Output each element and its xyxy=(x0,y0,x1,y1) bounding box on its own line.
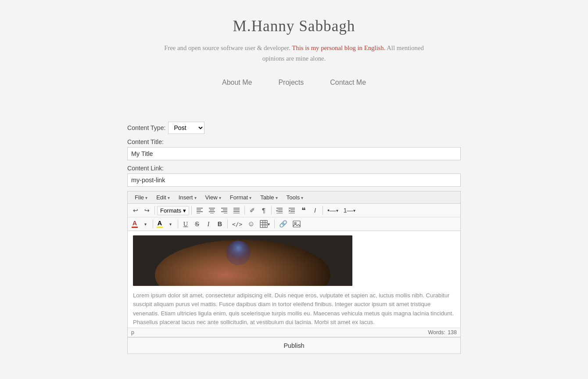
content-title-input[interactable] xyxy=(127,147,461,160)
description-link[interactable]: This is my personal blog in English. xyxy=(292,44,385,51)
content-type-select[interactable]: Post Page Link xyxy=(168,122,204,134)
editor-menubar: File ▾ Edit ▾ Insert ▾ View ▾ Format ▾ xyxy=(128,191,460,204)
menu-table-arrow: ▾ xyxy=(276,195,278,200)
indent-decrease-icon xyxy=(276,207,283,213)
menu-format[interactable]: Format ▾ xyxy=(226,193,256,202)
main-content: Content Type: Post Page Link Content Tit… xyxy=(118,122,470,354)
content-link-input[interactable] xyxy=(127,173,461,187)
editor-toolbar-2: A ▾ A ▾ U S I B </> ☺ xyxy=(128,217,460,231)
content-type-row: Content Type: Post Page Link xyxy=(127,122,461,134)
align-center-button[interactable] xyxy=(206,205,218,216)
table-insert-icon xyxy=(260,220,268,228)
svg-rect-29 xyxy=(293,221,300,227)
menu-insert-arrow: ▾ xyxy=(194,195,197,200)
bold-button[interactable]: B xyxy=(215,219,225,229)
blockquote-button[interactable]: ❝ xyxy=(298,205,309,216)
numbered-list-arrow: ▾ xyxy=(353,208,355,213)
redo-button[interactable]: ↪ xyxy=(142,205,152,216)
menu-edit-arrow: ▾ xyxy=(168,195,170,200)
paragraph-button[interactable]: ¶ xyxy=(258,205,269,216)
align-left-icon xyxy=(196,207,203,213)
toolbar-divider-8 xyxy=(227,220,228,228)
underline-button[interactable]: U xyxy=(180,219,191,229)
table-insert-button[interactable]: ▾ xyxy=(258,219,272,229)
menu-insert[interactable]: Insert ▾ xyxy=(174,193,201,202)
indent-decrease-button[interactable] xyxy=(274,205,285,216)
menu-file[interactable]: File ▾ xyxy=(130,193,152,202)
toolbar-divider-4 xyxy=(271,206,272,215)
toolbar-divider-7 xyxy=(178,220,178,228)
image-button[interactable] xyxy=(290,219,303,229)
bullet-list-arrow: ▾ xyxy=(336,208,338,213)
site-title: M.Hanny Sabbagh xyxy=(9,18,579,35)
align-right-icon xyxy=(221,207,228,213)
nav-projects[interactable]: Projects xyxy=(278,79,304,87)
editor-image xyxy=(133,235,352,286)
menu-view-arrow: ▾ xyxy=(219,195,221,200)
menu-view[interactable]: View ▾ xyxy=(201,193,226,202)
content-link-row: Content Link: xyxy=(127,165,461,187)
svg-point-33 xyxy=(226,241,251,265)
toolbar-divider-5 xyxy=(323,206,323,215)
emoji-button[interactable]: ☺ xyxy=(245,219,257,229)
table-insert-arrow: ▾ xyxy=(268,222,270,227)
italic-clean-button[interactable]: I xyxy=(310,205,320,216)
editor-toolbar-1: ↩ ↪ Formats ▾ xyxy=(128,204,460,217)
toolbar-divider-6 xyxy=(153,220,153,228)
menu-file-arrow: ▾ xyxy=(145,195,147,200)
bg-color-button[interactable]: A xyxy=(155,219,164,229)
content-link-label: Content Link: xyxy=(127,165,461,172)
indent-increase-icon xyxy=(288,207,295,213)
toolbar-divider-9 xyxy=(274,220,275,228)
formats-arrow: ▾ xyxy=(183,207,186,214)
content-title-label: Content Title: xyxy=(127,138,461,145)
site-nav: About Me Projects Contact Me xyxy=(9,74,579,95)
word-count: Words: 138 xyxy=(428,329,457,336)
indent-increase-button[interactable] xyxy=(286,205,298,216)
menu-table[interactable]: Table ▾ xyxy=(256,193,282,202)
publish-row: Publish xyxy=(127,337,461,354)
align-right-button[interactable] xyxy=(219,205,230,216)
content-title-row: Content Title: xyxy=(127,138,461,160)
svg-rect-24 xyxy=(260,220,267,227)
menu-edit[interactable]: Edit ▾ xyxy=(152,193,174,202)
publish-button[interactable]: Publish xyxy=(128,337,460,354)
menu-tools-arrow: ▾ xyxy=(301,195,303,200)
bg-color-arrow-button[interactable]: ▾ xyxy=(165,219,176,229)
editor-body[interactable]: Lorem ipsum dolor sit amet, consectetur … xyxy=(128,231,460,328)
align-left-button[interactable] xyxy=(194,205,205,216)
content-type-label: Content Type: xyxy=(127,124,165,131)
toolbar-divider-1 xyxy=(154,206,155,215)
bullet-list-button[interactable]: •— ▾ xyxy=(325,205,340,216)
font-color-button[interactable]: A xyxy=(130,219,139,229)
align-justify-icon xyxy=(233,207,240,213)
undo-button[interactable]: ↩ xyxy=(130,205,141,216)
align-justify-button[interactable] xyxy=(231,205,242,216)
italic-button[interactable]: I xyxy=(203,219,214,229)
align-center-icon xyxy=(208,207,215,213)
line-break-button[interactable]: ✐ xyxy=(247,205,258,216)
editor-body-text[interactable]: Lorem ipsum dolor sit amet, consectetur … xyxy=(133,291,455,327)
nav-about-me[interactable]: About Me xyxy=(222,79,252,87)
description-plain: Free and open source software user & dev… xyxy=(164,44,290,51)
strikethrough-button[interactable]: S xyxy=(192,219,202,229)
site-footer: ⌖ RSS Feed ✚ New Content ⎋ Logout ↻ Arch… xyxy=(0,372,588,379)
site-header: M.Hanny Sabbagh Free and open source sof… xyxy=(0,0,588,104)
code-button[interactable]: </> xyxy=(230,219,244,229)
formats-button[interactable]: Formats ▾ xyxy=(157,206,189,215)
numbered-list-button[interactable]: 1— ▾ xyxy=(341,205,358,216)
site-description: Free and open source software user & dev… xyxy=(162,43,426,64)
link-button[interactable]: 🔗 xyxy=(277,219,290,229)
editor-image-svg xyxy=(133,235,352,286)
font-color-letter: A xyxy=(133,220,137,226)
nav-contact-me[interactable]: Contact Me xyxy=(330,79,366,87)
toolbar-divider-3 xyxy=(244,206,245,215)
toolbar-divider-2 xyxy=(191,206,192,215)
editor-element-indicator: p xyxy=(131,329,134,336)
menu-format-arrow: ▾ xyxy=(249,195,251,200)
editor-container: File ▾ Edit ▾ Insert ▾ View ▾ Format ▾ xyxy=(127,191,461,337)
menu-tools[interactable]: Tools ▾ xyxy=(282,193,308,202)
font-color-arrow-button[interactable]: ▾ xyxy=(140,219,151,229)
bg-color-bar xyxy=(157,227,163,228)
editor-statusbar: p Words: 138 xyxy=(128,328,460,337)
